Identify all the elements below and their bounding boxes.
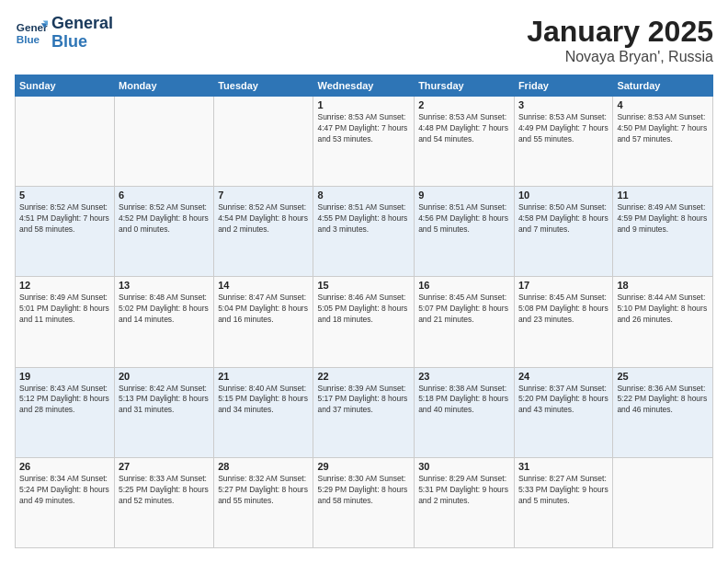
calendar-cell: 1Sunrise: 8:53 AM Sunset: 4:47 PM Daylig… xyxy=(313,97,415,187)
logo-text: General Blue xyxy=(51,15,113,52)
day-number: 7 xyxy=(218,190,309,201)
calendar-cell: 12Sunrise: 8:49 AM Sunset: 5:01 PM Dayli… xyxy=(16,277,115,367)
calendar-cell: 20Sunrise: 8:42 AM Sunset: 5:13 PM Dayli… xyxy=(115,367,214,457)
calendar-cell xyxy=(16,97,115,187)
calendar-cell: 17Sunrise: 8:45 AM Sunset: 5:08 PM Dayli… xyxy=(514,277,612,367)
week-row-4: 19Sunrise: 8:43 AM Sunset: 5:12 PM Dayli… xyxy=(16,367,713,457)
calendar-table: Sunday Monday Tuesday Wednesday Thursday… xyxy=(15,75,713,548)
week-row-1: 1Sunrise: 8:53 AM Sunset: 4:47 PM Daylig… xyxy=(16,97,713,187)
logo-line1: General xyxy=(51,14,113,32)
calendar-cell: 5Sunrise: 8:52 AM Sunset: 4:51 PM Daylig… xyxy=(16,187,115,277)
calendar-cell: 3Sunrise: 8:53 AM Sunset: 4:49 PM Daylig… xyxy=(514,97,612,187)
day-info: Sunrise: 8:30 AM Sunset: 5:29 PM Dayligh… xyxy=(317,474,410,507)
day-number: 19 xyxy=(19,371,110,382)
day-info: Sunrise: 8:45 AM Sunset: 5:07 PM Dayligh… xyxy=(418,293,510,326)
calendar-cell: 7Sunrise: 8:52 AM Sunset: 4:54 PM Daylig… xyxy=(214,187,313,277)
day-number: 8 xyxy=(317,190,410,201)
day-number: 30 xyxy=(418,461,510,472)
day-info: Sunrise: 8:53 AM Sunset: 4:48 PM Dayligh… xyxy=(418,112,510,145)
day-number: 17 xyxy=(518,280,609,291)
calendar-cell: 4Sunrise: 8:53 AM Sunset: 4:50 PM Daylig… xyxy=(613,97,713,187)
calendar-cell: 6Sunrise: 8:52 AM Sunset: 4:52 PM Daylig… xyxy=(115,187,214,277)
calendar-cell: 30Sunrise: 8:29 AM Sunset: 5:31 PM Dayli… xyxy=(415,457,515,547)
day-info: Sunrise: 8:32 AM Sunset: 5:27 PM Dayligh… xyxy=(218,474,309,507)
logo-icon: General Blue xyxy=(15,17,48,50)
day-info: Sunrise: 8:47 AM Sunset: 5:04 PM Dayligh… xyxy=(218,293,309,326)
calendar-cell: 14Sunrise: 8:47 AM Sunset: 5:04 PM Dayli… xyxy=(214,277,313,367)
calendar-cell: 18Sunrise: 8:44 AM Sunset: 5:10 PM Dayli… xyxy=(613,277,713,367)
logo-line2: Blue xyxy=(51,32,87,51)
logo: General Blue General Blue xyxy=(15,15,113,52)
day-number: 21 xyxy=(218,371,309,382)
day-number: 10 xyxy=(518,190,609,201)
col-monday: Monday xyxy=(115,75,214,97)
calendar-cell: 8Sunrise: 8:51 AM Sunset: 4:55 PM Daylig… xyxy=(313,187,415,277)
page: General Blue General Blue January 2025 N… xyxy=(0,0,728,563)
day-number: 14 xyxy=(218,280,309,291)
calendar-cell: 27Sunrise: 8:33 AM Sunset: 5:25 PM Dayli… xyxy=(115,457,214,547)
day-info: Sunrise: 8:51 AM Sunset: 4:55 PM Dayligh… xyxy=(317,202,410,236)
calendar-cell: 22Sunrise: 8:39 AM Sunset: 5:17 PM Dayli… xyxy=(313,367,415,457)
title-block: January 2025 Novaya Bryan', Russia xyxy=(527,15,713,65)
day-info: Sunrise: 8:45 AM Sunset: 5:08 PM Dayligh… xyxy=(518,293,609,326)
calendar-cell: 10Sunrise: 8:50 AM Sunset: 4:58 PM Dayli… xyxy=(514,187,612,277)
calendar-cell xyxy=(214,97,313,187)
col-saturday: Saturday xyxy=(613,75,713,97)
day-number: 20 xyxy=(119,371,210,382)
col-sunday: Sunday xyxy=(16,75,115,97)
col-tuesday: Tuesday xyxy=(214,75,313,97)
week-row-3: 12Sunrise: 8:49 AM Sunset: 5:01 PM Dayli… xyxy=(16,277,713,367)
day-number: 13 xyxy=(119,280,210,291)
day-info: Sunrise: 8:53 AM Sunset: 4:47 PM Dayligh… xyxy=(317,112,410,145)
day-info: Sunrise: 8:36 AM Sunset: 5:22 PM Dayligh… xyxy=(617,384,709,417)
header-row: Sunday Monday Tuesday Wednesday Thursday… xyxy=(16,75,713,97)
calendar-cell: 13Sunrise: 8:48 AM Sunset: 5:02 PM Dayli… xyxy=(115,277,214,367)
day-number: 31 xyxy=(518,461,609,472)
day-info: Sunrise: 8:51 AM Sunset: 4:56 PM Dayligh… xyxy=(418,202,510,236)
calendar-cell: 11Sunrise: 8:49 AM Sunset: 4:59 PM Dayli… xyxy=(613,187,713,277)
calendar-cell: 24Sunrise: 8:37 AM Sunset: 5:20 PM Dayli… xyxy=(514,367,612,457)
calendar-cell: 23Sunrise: 8:38 AM Sunset: 5:18 PM Dayli… xyxy=(415,367,515,457)
day-info: Sunrise: 8:53 AM Sunset: 4:50 PM Dayligh… xyxy=(617,112,709,145)
calendar-cell xyxy=(115,97,214,187)
svg-text:Blue: Blue xyxy=(17,33,40,45)
svg-text:General: General xyxy=(17,21,48,33)
day-number: 12 xyxy=(19,280,110,291)
day-info: Sunrise: 8:44 AM Sunset: 5:10 PM Dayligh… xyxy=(617,293,709,326)
calendar-title: January 2025 xyxy=(527,15,713,49)
header: General Blue General Blue January 2025 N… xyxy=(15,15,713,65)
calendar-cell xyxy=(613,457,713,547)
col-wednesday: Wednesday xyxy=(313,75,415,97)
calendar-cell: 26Sunrise: 8:34 AM Sunset: 5:24 PM Dayli… xyxy=(16,457,115,547)
day-number: 3 xyxy=(518,99,609,110)
week-row-2: 5Sunrise: 8:52 AM Sunset: 4:51 PM Daylig… xyxy=(16,187,713,277)
day-number: 29 xyxy=(317,461,410,472)
day-number: 25 xyxy=(617,371,709,382)
day-info: Sunrise: 8:53 AM Sunset: 4:49 PM Dayligh… xyxy=(518,112,609,145)
day-number: 24 xyxy=(518,371,609,382)
calendar-cell: 16Sunrise: 8:45 AM Sunset: 5:07 PM Dayli… xyxy=(415,277,515,367)
day-number: 4 xyxy=(617,99,709,110)
day-number: 1 xyxy=(317,99,410,110)
day-info: Sunrise: 8:50 AM Sunset: 4:58 PM Dayligh… xyxy=(518,202,609,236)
day-number: 26 xyxy=(19,461,110,472)
day-info: Sunrise: 8:39 AM Sunset: 5:17 PM Dayligh… xyxy=(317,384,410,417)
calendar-cell: 15Sunrise: 8:46 AM Sunset: 5:05 PM Dayli… xyxy=(313,277,415,367)
day-number: 11 xyxy=(617,190,709,201)
day-info: Sunrise: 8:52 AM Sunset: 4:54 PM Dayligh… xyxy=(218,202,309,236)
calendar-cell: 21Sunrise: 8:40 AM Sunset: 5:15 PM Dayli… xyxy=(214,367,313,457)
day-info: Sunrise: 8:48 AM Sunset: 5:02 PM Dayligh… xyxy=(119,293,210,326)
day-number: 16 xyxy=(418,280,510,291)
week-row-5: 26Sunrise: 8:34 AM Sunset: 5:24 PM Dayli… xyxy=(16,457,713,547)
day-info: Sunrise: 8:52 AM Sunset: 4:51 PM Dayligh… xyxy=(19,202,110,236)
day-info: Sunrise: 8:33 AM Sunset: 5:25 PM Dayligh… xyxy=(119,474,210,507)
day-info: Sunrise: 8:38 AM Sunset: 5:18 PM Dayligh… xyxy=(418,384,510,417)
calendar-cell: 29Sunrise: 8:30 AM Sunset: 5:29 PM Dayli… xyxy=(313,457,415,547)
day-number: 9 xyxy=(418,190,510,201)
col-friday: Friday xyxy=(514,75,612,97)
day-info: Sunrise: 8:29 AM Sunset: 5:31 PM Dayligh… xyxy=(418,474,510,507)
calendar-cell: 25Sunrise: 8:36 AM Sunset: 5:22 PM Dayli… xyxy=(613,367,713,457)
day-number: 22 xyxy=(317,371,410,382)
day-number: 15 xyxy=(317,280,410,291)
day-number: 5 xyxy=(19,190,110,201)
